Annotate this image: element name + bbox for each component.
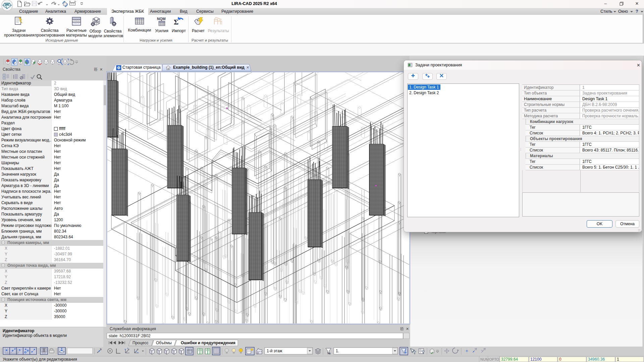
svg-text:№: № bbox=[327, 352, 331, 355]
svg-text:Ошибки и предупреждения: Ошибки и предупреждения bbox=[181, 341, 235, 345]
svg-text:Процесс: Процесс bbox=[132, 341, 148, 345]
svg-text:NQM: NQM bbox=[157, 17, 166, 21]
svg-text:1-й этаж: 1-й этаж bbox=[267, 349, 282, 353]
svg-text:1.: 1. bbox=[336, 349, 339, 353]
svg-text:Объёмы: Объёмы bbox=[156, 341, 172, 345]
